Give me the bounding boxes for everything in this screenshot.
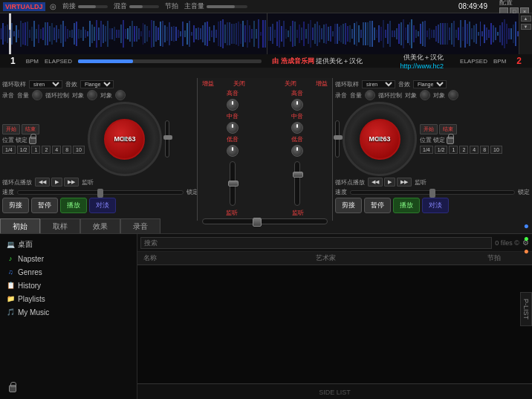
deck1-end-btn[interactable]: 结束: [22, 124, 39, 134]
deck2-loop-5[interactable]: 4: [470, 146, 479, 154]
deck1-loop-5[interactable]: 4: [52, 146, 61, 154]
mixer-high-knob-r[interactable]: [291, 99, 303, 111]
deck2-cut-btn[interactable]: 剪接: [335, 198, 362, 213]
pre-slider[interactable]: [78, 5, 108, 8]
sidebar-action-1[interactable]: ●: [524, 221, 529, 231]
deck2-next-btn[interactable]: ▶▶: [397, 178, 412, 186]
deck2-play-transport-btn[interactable]: 播放: [393, 198, 420, 213]
deck1-loop-4[interactable]: 2: [42, 146, 51, 154]
mymusic-icon: 🎵: [6, 308, 15, 317]
browser-tab-initial[interactable]: 初始: [0, 218, 40, 233]
side-panel-btn-1[interactable]: ▲: [521, 16, 531, 22]
deck1-loop-1[interactable]: 1/4: [2, 146, 16, 154]
deck1-play-btn[interactable]: ▶: [51, 178, 62, 186]
deck1-loop-6[interactable]: 8: [62, 146, 71, 154]
waveform-bars-left: [0, 13, 267, 54]
clock: 08:49:49: [458, 2, 487, 10]
deck2-loop-3[interactable]: 1: [449, 146, 458, 154]
config-label[interactable]: 配置 _ □ ×: [499, 0, 529, 15]
side-panel-btn-2[interactable]: ▼: [521, 24, 531, 30]
deck2-end-btn[interactable]: 结束: [439, 124, 457, 134]
deck2-start-end-row: 开始 结束: [420, 124, 502, 134]
deck1-loop-2[interactable]: 1/2: [17, 146, 30, 154]
deck1-turntable[interactable]: MC263: [88, 102, 162, 176]
sidebar-item-playlists[interactable]: 📁 Playlists: [0, 292, 137, 305]
sidebar-item-mymusic[interactable]: 🎵 My Music: [0, 305, 137, 319]
deck1-volume-knob[interactable]: [32, 90, 42, 100]
mixer-low-knob-r[interactable]: [291, 145, 303, 157]
deck2-connect-btn[interactable]: 对淡: [422, 198, 449, 213]
vertical-tab-label: P-LIST: [522, 298, 530, 319]
deck2-loop-2[interactable]: 1/2: [435, 146, 448, 154]
sidebar-action-2[interactable]: ●: [524, 233, 529, 244]
sidebar-action-3[interactable]: ●: [524, 246, 529, 256]
deck1-pause-btn[interactable]: 暂停: [31, 198, 58, 213]
deck2-play-btn[interactable]: ▶: [384, 178, 395, 186]
deck2-volume-knob[interactable]: [365, 90, 375, 100]
browser-tab-record[interactable]: 录音: [120, 218, 160, 233]
deck1-play-transport-btn[interactable]: 播放: [60, 198, 87, 213]
deck1-loop-7[interactable]: 10: [73, 146, 85, 154]
deck1-elapsed-bar[interactable]: [78, 59, 262, 63]
sidebar-item-napster[interactable]: ♪ Napster: [0, 252, 137, 265]
deck2-start-btn[interactable]: 开始: [420, 124, 438, 134]
mix-slider[interactable]: [129, 5, 159, 8]
deck1-elapsed-label: ELAPSED: [45, 58, 72, 65]
deck1-loop-3[interactable]: 1: [31, 146, 40, 154]
crossfader[interactable]: [202, 218, 328, 224]
deck1-target-knob1[interactable]: [87, 90, 97, 100]
deck2-turntable[interactable]: MC263: [343, 102, 417, 176]
deck1-start-btn[interactable]: 开始: [2, 124, 20, 134]
waveform-right[interactable]: [267, 13, 532, 54]
deck2-speed-slider[interactable]: [350, 190, 515, 195]
deck2-top-row: 循环取样 siren 音效 Flanger: [335, 80, 530, 88]
browser-tab-record-label: 录音: [133, 221, 148, 232]
waveform-left[interactable]: [0, 13, 267, 54]
deck1-next-btn[interactable]: ▶▶: [64, 178, 79, 186]
deck2-target-knob2[interactable]: [448, 90, 458, 100]
deck1-volume-label: 音量: [17, 91, 29, 100]
side-panel: ▲ ▼: [519, 13, 532, 54]
deck2-loop-select[interactable]: siren: [362, 80, 395, 88]
mixer-mid-knob-r[interactable]: [291, 122, 303, 134]
mixer-high-knob-l[interactable]: [227, 99, 239, 111]
mixer-fader-l[interactable]: [230, 161, 236, 206]
mixer-fader-r[interactable]: [294, 161, 300, 206]
deck1-loop-select[interactable]: siren: [29, 80, 62, 88]
browser-tab-samples[interactable]: 取样: [40, 218, 80, 233]
deck2-target-label: 对象: [405, 91, 417, 100]
deck2-loop-7[interactable]: 10: [490, 146, 502, 154]
vertical-tab[interactable]: P-LIST: [520, 291, 532, 325]
deck2-prev-btn[interactable]: ◀◀: [368, 178, 383, 186]
deck1-effect-select[interactable]: Flanger: [80, 80, 114, 88]
app-logo[interactable]: VIRTUALDJ: [3, 2, 45, 11]
deck1-prev-btn[interactable]: ◀◀: [35, 178, 50, 186]
deck1-target-knob2[interactable]: [115, 90, 126, 100]
deck2-turntable-row: MC263 开始 结束 位置 锁定 1/4 1/2 1 2 4: [335, 102, 530, 176]
browser-list[interactable]: [137, 265, 532, 383]
deck1-lock-icon[interactable]: [29, 137, 36, 144]
deck2-pause-btn[interactable]: 暂停: [364, 198, 391, 213]
sidebar-item-genres[interactable]: ♫ Genres: [0, 265, 137, 279]
deck2-volume-label: 音量: [350, 91, 362, 100]
master-section: 主音量: [184, 1, 247, 11]
deck2-loop-1[interactable]: 1/4: [420, 146, 433, 154]
deck2-lock-icon[interactable]: [447, 137, 454, 144]
deck2-effect-select[interactable]: Flanger: [413, 80, 447, 88]
master-slider[interactable]: [207, 5, 247, 8]
deck2-loop-4[interactable]: 2: [459, 146, 468, 154]
sidebar-item-history[interactable]: 📋 History: [0, 279, 137, 292]
deck2-loop-6[interactable]: 8: [480, 146, 489, 154]
deck1-speed-slider[interactable]: [17, 190, 184, 195]
mixer-mid-knob-l[interactable]: [227, 122, 239, 134]
deck2-pitch-slider[interactable]: [335, 120, 340, 158]
deck2-target-knob1[interactable]: [420, 90, 430, 100]
search-input[interactable]: [140, 237, 492, 249]
deck1-connect-btn[interactable]: 对淡: [89, 198, 116, 213]
deck1-cut-btn[interactable]: 剪接: [2, 198, 29, 213]
mix-section: 混音: [114, 1, 159, 11]
sidebar-item-desktop[interactable]: 💻 桌面: [0, 237, 137, 252]
browser-tab-effects[interactable]: 效果: [80, 218, 120, 233]
deck1-pitch-slider[interactable]: [165, 120, 169, 158]
mixer-low-knob-l[interactable]: [227, 145, 239, 157]
